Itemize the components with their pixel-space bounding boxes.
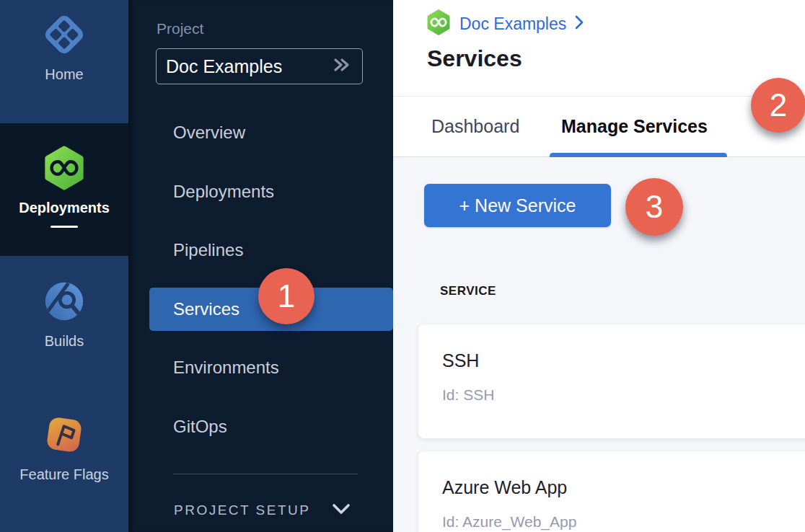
tab-bar: Dashboard Manage Services [393, 97, 805, 157]
annotation-step-3-badge: 3 [625, 178, 683, 236]
breadcrumb-project-link[interactable]: Doc Examples [459, 14, 566, 34]
project-setup-label: PROJECT SETUP [174, 502, 310, 518]
annotation-step-2-badge: 2 [751, 78, 805, 133]
breadcrumb: Doc Examples [426, 9, 586, 38]
app-window: Home Deployments [0, 0, 805, 532]
builds-icon [42, 279, 87, 327]
deployments-icon [42, 146, 87, 193]
service-id: Id: SSH [442, 386, 494, 404]
service-card-azure-web-app[interactable]: Azure Web App Id: Azure_Web_App [418, 451, 805, 532]
project-selector[interactable]: Doc Examples [156, 48, 363, 84]
chevron-down-icon [332, 503, 351, 518]
rail-label-builds: Builds [45, 333, 84, 350]
home-icon [42, 12, 87, 60]
page-header: Doc Examples Services [393, 0, 805, 97]
project-setup-toggle[interactable]: PROJECT SETUP [174, 502, 351, 518]
service-card-ssh[interactable]: SSH Id: SSH [418, 324, 805, 438]
service-column-header: SERVICE [440, 284, 496, 298]
rail-label-home: Home [45, 66, 83, 83]
project-sidebar: Project Doc Examples Overview Deployment… [128, 0, 393, 532]
double-chevron-right-icon [332, 56, 352, 76]
sidebar-item-deployments[interactable]: Deployments [149, 170, 393, 213]
rail-item-home[interactable]: Home [0, 0, 128, 123]
chevron-right-icon [574, 14, 586, 33]
feature-flags-icon [42, 412, 87, 460]
sidebar-divider [173, 474, 358, 474]
active-module-indicator [50, 226, 78, 228]
rail-label-feature-flags: Feature Flags [19, 466, 108, 483]
page-title: Services [427, 45, 522, 72]
rail-item-builds[interactable]: Builds [0, 256, 128, 375]
tab-dashboard[interactable]: Dashboard [431, 97, 519, 156]
sidebar-item-pipelines[interactable]: Pipelines [149, 229, 393, 272]
service-id: Id: Azure_Web_App [442, 513, 576, 531]
service-name: Azure Web App [442, 477, 567, 498]
sidebar-item-overview[interactable]: Overview [149, 111, 393, 154]
project-label: Project [157, 20, 203, 37]
main-content: Doc Examples Services Dashboard Manage S… [393, 0, 805, 532]
annotation-step-1-badge: 1 [258, 268, 314, 324]
rail-label-deployments: Deployments [19, 200, 110, 216]
project-name: Doc Examples [166, 56, 282, 77]
rail-item-deployments[interactable]: Deployments [0, 123, 128, 256]
module-rail: Home Deployments [0, 0, 128, 532]
manage-services-panel: + New Service SERVICE SSH Id: SSH Azure … [393, 157, 805, 532]
tab-manage-services[interactable]: Manage Services [561, 97, 708, 156]
new-service-button[interactable]: + New Service [424, 184, 611, 227]
sidebar-item-gitops[interactable]: GitOps [149, 405, 393, 448]
service-name: SSH [442, 350, 479, 371]
sidebar-item-environments[interactable]: Environments [149, 346, 393, 389]
rail-item-feature-flags[interactable]: Feature Flags [0, 375, 128, 532]
deployments-hexagon-icon [426, 9, 452, 38]
